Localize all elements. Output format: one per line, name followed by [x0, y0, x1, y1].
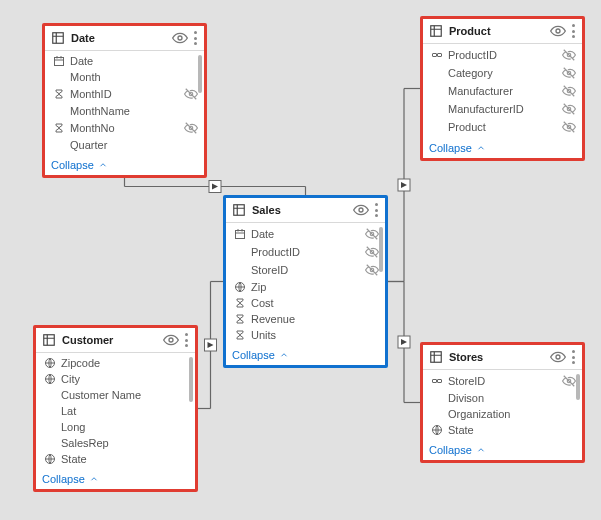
- field-name: State: [448, 424, 576, 436]
- key-icon: [431, 49, 443, 61]
- field-name: ProductID: [251, 246, 360, 258]
- table-title: Stores: [449, 351, 544, 363]
- table-icon: [232, 203, 246, 217]
- table-date[interactable]: DateDateMonthMonthIDMonthNameMonthNoQuar…: [42, 23, 207, 178]
- field-row[interactable]: Zipcode: [36, 355, 195, 371]
- field-row[interactable]: ManufacturerID: [423, 100, 582, 118]
- field-name: MonthNo: [70, 122, 179, 134]
- field-name: State: [61, 453, 189, 465]
- field-name: Zipcode: [61, 357, 189, 369]
- field-row[interactable]: Customer Name: [36, 387, 195, 403]
- table-header[interactable]: Sales: [226, 198, 385, 223]
- scrollbar[interactable]: [198, 55, 202, 93]
- field-row[interactable]: State: [36, 451, 195, 467]
- hidden-icon: [562, 84, 576, 98]
- field-row[interactable]: City: [36, 371, 195, 387]
- field-name: City: [61, 373, 189, 385]
- sigma-icon: [234, 329, 246, 341]
- collapse-link[interactable]: Collapse: [423, 440, 582, 460]
- field-name: Cost: [251, 297, 379, 309]
- field-row[interactable]: Date: [226, 225, 385, 243]
- svg-rect-15: [398, 179, 410, 191]
- table-icon: [42, 333, 56, 347]
- more-options-icon[interactable]: [194, 30, 198, 46]
- hidden-icon: [562, 48, 576, 62]
- collapse-label: Collapse: [42, 473, 85, 485]
- table-title: Date: [71, 32, 166, 44]
- field-row[interactable]: MonthNo: [45, 119, 204, 137]
- visibility-icon: [353, 202, 369, 218]
- field-row[interactable]: Lat: [36, 403, 195, 419]
- hidden-icon: [365, 263, 379, 277]
- table-sales[interactable]: SalesDateProductIDStoreIDZipCostRevenueU…: [223, 195, 388, 368]
- field-row[interactable]: Organization: [423, 406, 582, 422]
- model-canvas[interactable]: DateDateMonthMonthIDMonthNameMonthNoQuar…: [0, 0, 601, 520]
- globe-icon: [44, 373, 56, 385]
- field-row[interactable]: Date: [45, 53, 204, 69]
- scrollbar[interactable]: [189, 357, 193, 402]
- collapse-link[interactable]: Collapse: [423, 138, 582, 158]
- field-row[interactable]: Long: [36, 419, 195, 435]
- table-header[interactable]: Customer: [36, 328, 195, 353]
- field-row[interactable]: Zip: [226, 279, 385, 295]
- more-options-icon[interactable]: [572, 23, 576, 39]
- field-list: StoreIDDivisonOrganizationState: [423, 370, 582, 440]
- field-row[interactable]: Cost: [226, 295, 385, 311]
- chevron-up-icon: [476, 445, 486, 455]
- hidden-icon: [562, 374, 576, 388]
- field-row[interactable]: Manufacturer: [423, 82, 582, 100]
- field-row[interactable]: StoreID: [423, 372, 582, 390]
- table-icon: [51, 31, 65, 45]
- hidden-icon: [365, 227, 379, 241]
- field-row[interactable]: MonthID: [45, 85, 204, 103]
- field-row[interactable]: Quarter: [45, 137, 204, 153]
- table-product[interactable]: ProductProductIDCategoryManufacturerManu…: [420, 16, 585, 161]
- field-name: Units: [251, 329, 379, 341]
- field-name: Date: [70, 55, 198, 67]
- scrollbar[interactable]: [576, 374, 580, 400]
- visibility-icon: [172, 30, 188, 46]
- field-row[interactable]: State: [423, 422, 582, 438]
- field-name: Category: [448, 67, 557, 79]
- field-row[interactable]: Revenue: [226, 311, 385, 327]
- field-row[interactable]: ProductID: [423, 46, 582, 64]
- more-options-icon[interactable]: [572, 349, 576, 365]
- field-name: Zip: [251, 281, 379, 293]
- table-stores[interactable]: StoresStoreIDDivisonOrganizationStateCol…: [420, 342, 585, 463]
- field-row[interactable]: Units: [226, 327, 385, 343]
- svg-marker-21: [208, 342, 214, 348]
- table-header[interactable]: Date: [45, 26, 204, 51]
- field-row[interactable]: StoreID: [226, 261, 385, 279]
- collapse-label: Collapse: [51, 159, 94, 171]
- field-list: ZipcodeCityCustomer NameLatLongSalesRepS…: [36, 353, 195, 469]
- field-list: DateProductIDStoreIDZipCostRevenueUnits: [226, 223, 385, 345]
- field-row[interactable]: MonthName: [45, 103, 204, 119]
- svg-rect-10: [209, 181, 221, 193]
- collapse-link[interactable]: Collapse: [45, 155, 204, 175]
- field-name: Date: [251, 228, 360, 240]
- table-header[interactable]: Product: [423, 19, 582, 44]
- hidden-icon: [562, 66, 576, 80]
- field-row[interactable]: SalesRep: [36, 435, 195, 451]
- chevron-up-icon: [98, 160, 108, 170]
- hidden-icon: [184, 121, 198, 135]
- field-row[interactable]: Divison: [423, 390, 582, 406]
- more-options-icon[interactable]: [375, 202, 379, 218]
- table-header[interactable]: Stores: [423, 345, 582, 370]
- scrollbar[interactable]: [379, 227, 383, 272]
- more-options-icon[interactable]: [185, 332, 189, 348]
- visibility-icon: [163, 332, 179, 348]
- collapse-link[interactable]: Collapse: [36, 469, 195, 489]
- table-customer[interactable]: CustomerZipcodeCityCustomer NameLatLongS…: [33, 325, 198, 492]
- field-row[interactable]: Product: [423, 118, 582, 136]
- collapse-link[interactable]: Collapse: [226, 345, 385, 365]
- hidden-icon: [562, 120, 576, 134]
- field-name: Customer Name: [61, 389, 189, 401]
- field-row[interactable]: Category: [423, 64, 582, 82]
- field-row[interactable]: ProductID: [226, 243, 385, 261]
- svg-rect-20: [205, 339, 217, 351]
- field-row[interactable]: Month: [45, 69, 204, 85]
- hidden-icon: [365, 245, 379, 259]
- collapse-label: Collapse: [232, 349, 275, 361]
- field-list: DateMonthMonthIDMonthNameMonthNoQuarter: [45, 51, 204, 155]
